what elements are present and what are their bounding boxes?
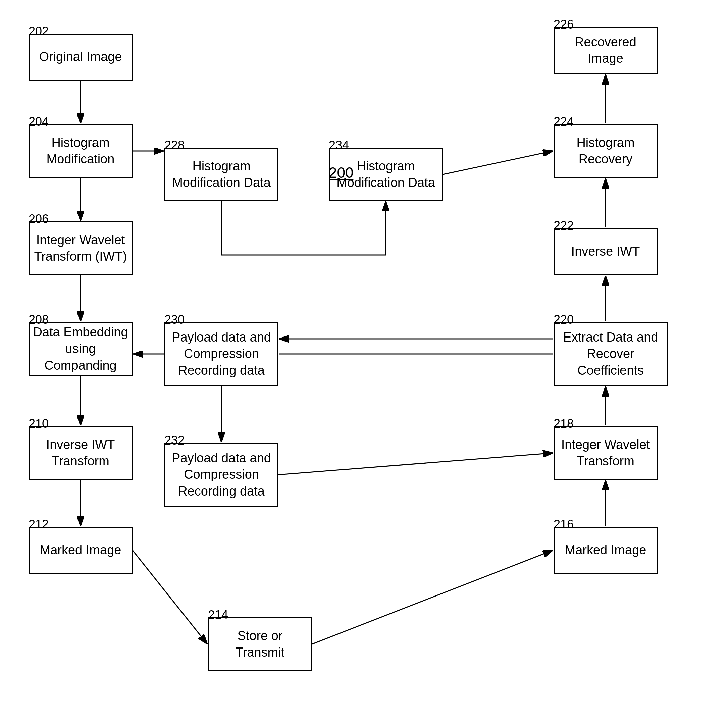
label-234: 234 (329, 138, 349, 152)
label-200: 200 (329, 164, 353, 181)
histogram-mod-box: Histogram Modification (29, 124, 133, 178)
marked-image-212-box: Marked Image (29, 527, 133, 574)
label-214: 214 (208, 608, 228, 622)
histogram-mod-label: Histogram Modification (47, 135, 115, 168)
label-212: 212 (29, 517, 49, 532)
payload-230-label: Payload data and Compression Recording d… (172, 329, 271, 379)
label-204: 204 (29, 115, 49, 129)
diagram: Original Image Histogram Modification Hi… (0, 0, 728, 726)
label-220: 220 (554, 313, 574, 327)
inverse-iwt-222-label: Inverse IWT (571, 243, 640, 260)
integer-wavelet-218-label: Integer Wavelet Transform (561, 437, 650, 470)
store-transmit-label: Store or Transmit (236, 628, 284, 661)
marked-image-212-label: Marked Image (40, 542, 121, 558)
recovered-image-226-label: Recovered Image (575, 34, 636, 67)
label-224: 224 (554, 115, 574, 129)
original-image-box: Original Image (29, 34, 133, 81)
label-222: 222 (554, 219, 574, 233)
integer-wavelet-label: Integer Wavelet Transform (IWT) (34, 232, 127, 265)
histogram-mod-data-228-box: Histogram Modification Data (164, 148, 278, 201)
label-228: 228 (164, 138, 185, 152)
inverse-iwt-222-box: Inverse IWT (554, 228, 658, 275)
payload-232-box: Payload data and Compression Recording d… (164, 443, 278, 507)
histogram-recovery-224-box: Histogram Recovery (554, 124, 658, 178)
histogram-mod-data-228-label: Histogram Modification Data (172, 158, 271, 191)
label-232: 232 (164, 434, 185, 448)
label-206: 206 (29, 212, 49, 226)
label-202: 202 (29, 24, 49, 38)
label-208: 208 (29, 313, 49, 327)
payload-230-box: Payload data and Compression Recording d… (164, 322, 278, 386)
data-embedding-label: Data Embedding using Companding (33, 324, 128, 374)
store-transmit-box: Store or Transmit (208, 617, 312, 671)
inverse-iwt-210-box: Inverse IWT Transform (29, 426, 133, 480)
svg-line-9 (133, 550, 207, 644)
label-226: 226 (554, 17, 574, 32)
label-216: 216 (554, 517, 574, 532)
recovered-image-226-box: Recovered Image (554, 27, 658, 74)
marked-image-216-label: Marked Image (565, 542, 647, 558)
extract-data-220-box: Extract Data and Recover Coefficients (554, 322, 668, 386)
label-218: 218 (554, 417, 574, 431)
svg-line-10 (312, 550, 553, 644)
inverse-iwt-210-label: Inverse IWT Transform (46, 437, 115, 470)
histogram-recovery-224-label: Histogram Recovery (577, 135, 635, 168)
svg-line-7 (278, 453, 553, 475)
integer-wavelet-218-box: Integer Wavelet Transform (554, 426, 658, 480)
extract-data-220-label: Extract Data and Recover Coefficients (558, 329, 663, 379)
label-230: 230 (164, 313, 185, 327)
data-embedding-box: Data Embedding using Companding (29, 322, 133, 376)
svg-line-19 (443, 151, 553, 174)
payload-232-label: Payload data and Compression Recording d… (172, 450, 271, 500)
label-210: 210 (29, 417, 49, 431)
integer-wavelet-box: Integer Wavelet Transform (IWT) (29, 222, 133, 275)
marked-image-216-box: Marked Image (554, 527, 658, 574)
original-image-label: Original Image (39, 49, 122, 65)
